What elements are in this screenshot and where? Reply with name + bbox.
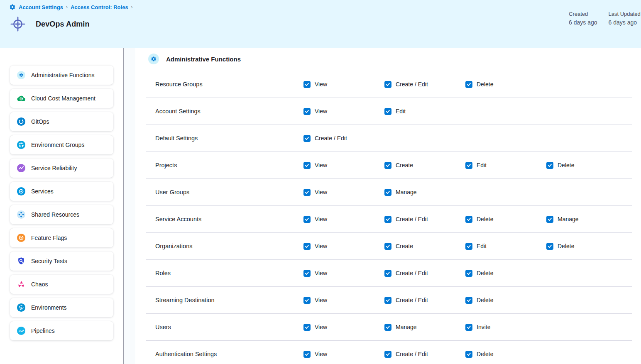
permission-option[interactable]: View [303,216,384,223]
permission-option[interactable]: Create / Edit [384,297,465,304]
permission-option[interactable]: View [303,270,384,277]
permission-option[interactable]: Create / Edit [303,135,384,142]
sidebar-item-feature-flags[interactable]: Feature Flags [10,228,113,247]
section-header: Administrative Functions [135,51,641,66]
checkbox-checked-icon[interactable] [303,324,311,331]
sidebar-item-pipelines[interactable]: Pipelines [10,321,113,340]
checkbox-checked-icon[interactable] [384,270,391,277]
permission-option[interactable]: Delete [465,216,546,223]
permission-option[interactable]: Delete [465,351,546,358]
resource-name: Service Accounts [155,216,303,222]
permission-option[interactable]: Delete [465,297,546,304]
breadcrumb-separator: › [66,4,68,10]
permission-option[interactable]: Create / Edit [384,81,465,88]
permission-option[interactable]: Edit [465,162,546,169]
sidebar-item-label: Services [31,188,54,195]
permission-option[interactable]: Delete [465,270,546,277]
checkbox-checked-icon[interactable] [546,243,553,250]
checkbox-checked-icon[interactable] [303,162,311,169]
checkbox-checked-icon[interactable] [303,243,311,250]
checkbox-checked-icon[interactable] [546,216,553,223]
permission-option[interactable]: Create / Edit [384,270,465,277]
checkbox-checked-icon[interactable] [303,351,311,358]
checkbox-checked-icon[interactable] [384,108,391,115]
checkbox-checked-icon[interactable] [384,189,391,196]
checkbox-checked-icon[interactable] [465,270,472,277]
permission-label: Create / Edit [396,81,428,88]
permission-option[interactable]: Create / Edit [384,216,465,223]
svg-text:$: $ [20,306,22,310]
permission-option[interactable]: View [303,81,384,88]
checkbox-checked-icon[interactable] [465,297,472,304]
pipelines-icon [17,326,26,335]
checkbox-checked-icon[interactable] [384,297,391,304]
checkbox-checked-icon[interactable] [384,162,391,169]
checkbox-checked-icon[interactable] [384,351,391,358]
permission-option[interactable]: Delete [546,162,627,169]
checkbox-checked-icon[interactable] [546,162,553,169]
permission-option[interactable]: Delete [546,243,627,250]
sidebar-item-environments[interactable]: $ Environments [10,298,113,317]
checkbox-checked-icon[interactable] [303,189,311,196]
checkbox-checked-icon[interactable] [465,243,472,250]
resource-name: Resource Groups [155,81,303,88]
permission-label: View [315,81,327,88]
permission-option[interactable]: Create [384,243,465,250]
permission-option[interactable]: View [303,243,384,250]
gitops-icon [17,117,26,126]
sidebar-item-service-reliability[interactable]: Service Reliability [10,159,113,178]
checkbox-checked-icon[interactable] [465,324,472,331]
checkbox-checked-icon[interactable] [303,270,311,277]
body: Administrative Functions $ Cloud Cost Ma… [0,48,641,364]
sidebar-item-environment-groups[interactable]: Environment Groups [10,135,113,154]
permission-label: Delete [477,351,493,357]
sidebar-item-administrative-functions[interactable]: Administrative Functions [10,66,113,85]
checkbox-checked-icon[interactable] [303,81,311,88]
permission-option[interactable]: Manage [384,324,465,331]
permission-option[interactable]: View [303,351,384,358]
permission-option[interactable]: Manage [546,216,627,223]
permission-option[interactable]: Manage [384,189,465,196]
sidebar-item-cloud-cost-management[interactable]: $ Cloud Cost Management [10,89,113,108]
sidebar-item-gitops[interactable]: GitOps [10,112,113,131]
sidebar-item-chaos[interactable]: Chaos [10,275,113,294]
permission-option[interactable]: Create [384,162,465,169]
sidebar-item-security-tests[interactable]: Security Tests [10,252,113,271]
permission-option[interactable]: View [303,189,384,196]
checkbox-checked-icon[interactable] [303,216,311,223]
environments-icon: $ [17,303,26,312]
permission-option[interactable]: Create / Edit [384,351,465,358]
checkbox-checked-icon[interactable] [465,81,472,88]
checkbox-checked-icon[interactable] [384,81,391,88]
feature-flags-icon [17,233,26,242]
breadcrumb-account-settings[interactable]: Account Settings [19,4,63,10]
permission-option[interactable]: Edit [384,108,465,115]
checkbox-checked-icon[interactable] [384,324,391,331]
permission-option[interactable]: View [303,162,384,169]
breadcrumb-access-control-roles[interactable]: Access Control: Roles [71,4,128,10]
sidebar-item-label: Security Tests [31,258,67,264]
permission-option[interactable]: View [303,324,384,331]
checkbox-checked-icon[interactable] [303,108,311,115]
checkbox-checked-icon[interactable] [384,243,391,250]
permission-option[interactable]: Delete [465,81,546,88]
permission-label: Delete [477,297,493,303]
permission-option[interactable]: Edit [465,243,546,250]
meta-divider [603,11,603,26]
checkbox-checked-icon[interactable] [465,351,472,358]
permission-option[interactable]: View [303,108,384,115]
gear-icon [148,54,159,64]
sidebar-item-services[interactable]: Services [10,182,113,201]
sidebar-item-shared-resources[interactable]: Shared Resources [10,205,113,224]
permission-label: Manage [396,324,417,330]
permission-cells: ViewCreateEditDelete [303,243,632,250]
checkbox-checked-icon[interactable] [465,216,472,223]
permission-option[interactable]: View [303,297,384,304]
sidebar-item-label: Administrative Functions [31,72,95,78]
checkbox-checked-icon[interactable] [303,297,311,304]
checkbox-checked-icon[interactable] [465,162,472,169]
permission-option[interactable]: Invite [465,324,546,331]
checkbox-checked-icon[interactable] [303,135,311,142]
permission-label: Manage [558,216,579,222]
checkbox-checked-icon[interactable] [384,216,391,223]
